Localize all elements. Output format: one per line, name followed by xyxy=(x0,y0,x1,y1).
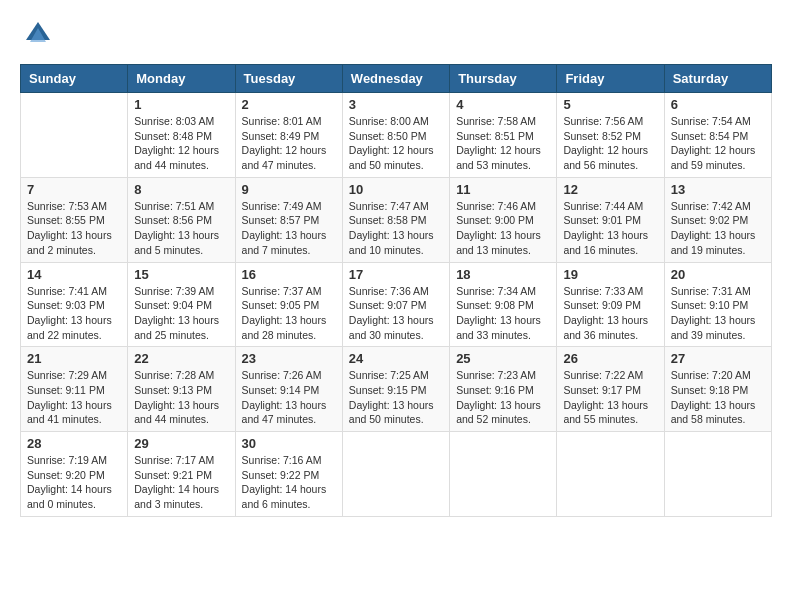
day-number: 11 xyxy=(456,182,550,197)
calendar-cell: 19Sunrise: 7:33 AMSunset: 9:09 PMDayligh… xyxy=(557,262,664,347)
col-saturday: Saturday xyxy=(664,65,771,93)
day-info: Sunrise: 7:16 AMSunset: 9:22 PMDaylight:… xyxy=(242,453,336,512)
day-info: Sunrise: 7:41 AMSunset: 9:03 PMDaylight:… xyxy=(27,284,121,343)
calendar-cell: 8Sunrise: 7:51 AMSunset: 8:56 PMDaylight… xyxy=(128,177,235,262)
day-info: Sunrise: 7:44 AMSunset: 9:01 PMDaylight:… xyxy=(563,199,657,258)
col-wednesday: Wednesday xyxy=(342,65,449,93)
day-number: 21 xyxy=(27,351,121,366)
calendar-cell: 21Sunrise: 7:29 AMSunset: 9:11 PMDayligh… xyxy=(21,347,128,432)
day-number: 7 xyxy=(27,182,121,197)
calendar-cell: 15Sunrise: 7:39 AMSunset: 9:04 PMDayligh… xyxy=(128,262,235,347)
day-info: Sunrise: 7:42 AMSunset: 9:02 PMDaylight:… xyxy=(671,199,765,258)
day-info: Sunrise: 7:56 AMSunset: 8:52 PMDaylight:… xyxy=(563,114,657,173)
calendar-week-1: 1Sunrise: 8:03 AMSunset: 8:48 PMDaylight… xyxy=(21,93,772,178)
calendar-cell: 22Sunrise: 7:28 AMSunset: 9:13 PMDayligh… xyxy=(128,347,235,432)
calendar-cell: 17Sunrise: 7:36 AMSunset: 9:07 PMDayligh… xyxy=(342,262,449,347)
day-number: 8 xyxy=(134,182,228,197)
day-number: 13 xyxy=(671,182,765,197)
day-info: Sunrise: 7:58 AMSunset: 8:51 PMDaylight:… xyxy=(456,114,550,173)
calendar-cell: 26Sunrise: 7:22 AMSunset: 9:17 PMDayligh… xyxy=(557,347,664,432)
col-friday: Friday xyxy=(557,65,664,93)
day-info: Sunrise: 7:37 AMSunset: 9:05 PMDaylight:… xyxy=(242,284,336,343)
day-info: Sunrise: 7:51 AMSunset: 8:56 PMDaylight:… xyxy=(134,199,228,258)
day-info: Sunrise: 7:22 AMSunset: 9:17 PMDaylight:… xyxy=(563,368,657,427)
day-info: Sunrise: 7:33 AMSunset: 9:09 PMDaylight:… xyxy=(563,284,657,343)
day-info: Sunrise: 7:31 AMSunset: 9:10 PMDaylight:… xyxy=(671,284,765,343)
day-number: 12 xyxy=(563,182,657,197)
day-number: 30 xyxy=(242,436,336,451)
day-info: Sunrise: 8:00 AMSunset: 8:50 PMDaylight:… xyxy=(349,114,443,173)
logo xyxy=(20,20,52,48)
calendar-cell: 27Sunrise: 7:20 AMSunset: 9:18 PMDayligh… xyxy=(664,347,771,432)
calendar-cell: 1Sunrise: 8:03 AMSunset: 8:48 PMDaylight… xyxy=(128,93,235,178)
col-thursday: Thursday xyxy=(450,65,557,93)
calendar-cell: 18Sunrise: 7:34 AMSunset: 9:08 PMDayligh… xyxy=(450,262,557,347)
day-number: 28 xyxy=(27,436,121,451)
calendar-cell xyxy=(342,432,449,517)
day-number: 17 xyxy=(349,267,443,282)
day-number: 2 xyxy=(242,97,336,112)
day-info: Sunrise: 7:29 AMSunset: 9:11 PMDaylight:… xyxy=(27,368,121,427)
day-number: 23 xyxy=(242,351,336,366)
header-row: Sunday Monday Tuesday Wednesday Thursday… xyxy=(21,65,772,93)
day-info: Sunrise: 7:46 AMSunset: 9:00 PMDaylight:… xyxy=(456,199,550,258)
day-info: Sunrise: 7:34 AMSunset: 9:08 PMDaylight:… xyxy=(456,284,550,343)
day-number: 14 xyxy=(27,267,121,282)
day-info: Sunrise: 7:36 AMSunset: 9:07 PMDaylight:… xyxy=(349,284,443,343)
day-number: 18 xyxy=(456,267,550,282)
day-number: 5 xyxy=(563,97,657,112)
calendar-cell: 11Sunrise: 7:46 AMSunset: 9:00 PMDayligh… xyxy=(450,177,557,262)
day-info: Sunrise: 7:28 AMSunset: 9:13 PMDaylight:… xyxy=(134,368,228,427)
calendar-cell: 24Sunrise: 7:25 AMSunset: 9:15 PMDayligh… xyxy=(342,347,449,432)
calendar-cell xyxy=(664,432,771,517)
day-number: 9 xyxy=(242,182,336,197)
calendar-cell: 20Sunrise: 7:31 AMSunset: 9:10 PMDayligh… xyxy=(664,262,771,347)
day-info: Sunrise: 7:25 AMSunset: 9:15 PMDaylight:… xyxy=(349,368,443,427)
day-number: 3 xyxy=(349,97,443,112)
day-info: Sunrise: 7:20 AMSunset: 9:18 PMDaylight:… xyxy=(671,368,765,427)
calendar-week-5: 28Sunrise: 7:19 AMSunset: 9:20 PMDayligh… xyxy=(21,432,772,517)
day-info: Sunrise: 7:53 AMSunset: 8:55 PMDaylight:… xyxy=(27,199,121,258)
calendar-week-4: 21Sunrise: 7:29 AMSunset: 9:11 PMDayligh… xyxy=(21,347,772,432)
calendar-body: 1Sunrise: 8:03 AMSunset: 8:48 PMDaylight… xyxy=(21,93,772,517)
day-number: 26 xyxy=(563,351,657,366)
day-info: Sunrise: 7:19 AMSunset: 9:20 PMDaylight:… xyxy=(27,453,121,512)
day-number: 20 xyxy=(671,267,765,282)
calendar-cell xyxy=(557,432,664,517)
day-number: 19 xyxy=(563,267,657,282)
calendar-week-3: 14Sunrise: 7:41 AMSunset: 9:03 PMDayligh… xyxy=(21,262,772,347)
calendar-cell: 29Sunrise: 7:17 AMSunset: 9:21 PMDayligh… xyxy=(128,432,235,517)
day-info: Sunrise: 7:23 AMSunset: 9:16 PMDaylight:… xyxy=(456,368,550,427)
day-number: 4 xyxy=(456,97,550,112)
calendar-cell: 7Sunrise: 7:53 AMSunset: 8:55 PMDaylight… xyxy=(21,177,128,262)
calendar-cell: 3Sunrise: 8:00 AMSunset: 8:50 PMDaylight… xyxy=(342,93,449,178)
day-info: Sunrise: 7:54 AMSunset: 8:54 PMDaylight:… xyxy=(671,114,765,173)
day-info: Sunrise: 7:49 AMSunset: 8:57 PMDaylight:… xyxy=(242,199,336,258)
day-info: Sunrise: 7:47 AMSunset: 8:58 PMDaylight:… xyxy=(349,199,443,258)
calendar-cell: 14Sunrise: 7:41 AMSunset: 9:03 PMDayligh… xyxy=(21,262,128,347)
calendar-header: Sunday Monday Tuesday Wednesday Thursday… xyxy=(21,65,772,93)
day-info: Sunrise: 7:26 AMSunset: 9:14 PMDaylight:… xyxy=(242,368,336,427)
day-number: 1 xyxy=(134,97,228,112)
calendar-cell: 2Sunrise: 8:01 AMSunset: 8:49 PMDaylight… xyxy=(235,93,342,178)
calendar-table: Sunday Monday Tuesday Wednesday Thursday… xyxy=(20,64,772,517)
calendar-cell: 6Sunrise: 7:54 AMSunset: 8:54 PMDaylight… xyxy=(664,93,771,178)
calendar-cell: 13Sunrise: 7:42 AMSunset: 9:02 PMDayligh… xyxy=(664,177,771,262)
calendar-cell: 25Sunrise: 7:23 AMSunset: 9:16 PMDayligh… xyxy=(450,347,557,432)
day-number: 10 xyxy=(349,182,443,197)
calendar-cell: 9Sunrise: 7:49 AMSunset: 8:57 PMDaylight… xyxy=(235,177,342,262)
calendar-cell xyxy=(450,432,557,517)
col-sunday: Sunday xyxy=(21,65,128,93)
day-number: 27 xyxy=(671,351,765,366)
day-info: Sunrise: 8:01 AMSunset: 8:49 PMDaylight:… xyxy=(242,114,336,173)
calendar-cell: 28Sunrise: 7:19 AMSunset: 9:20 PMDayligh… xyxy=(21,432,128,517)
day-number: 29 xyxy=(134,436,228,451)
logo-icon xyxy=(24,20,52,48)
day-number: 24 xyxy=(349,351,443,366)
calendar-cell xyxy=(21,93,128,178)
calendar-cell: 30Sunrise: 7:16 AMSunset: 9:22 PMDayligh… xyxy=(235,432,342,517)
col-monday: Monday xyxy=(128,65,235,93)
day-number: 25 xyxy=(456,351,550,366)
calendar-week-2: 7Sunrise: 7:53 AMSunset: 8:55 PMDaylight… xyxy=(21,177,772,262)
day-number: 22 xyxy=(134,351,228,366)
